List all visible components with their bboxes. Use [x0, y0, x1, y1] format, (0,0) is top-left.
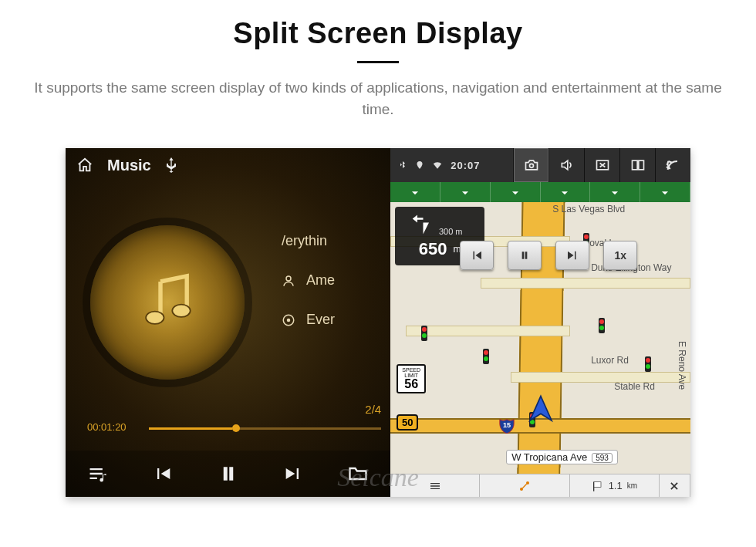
back-button[interactable]: [655, 148, 690, 182]
split-toggle-button[interactable]: [619, 148, 655, 182]
lane-arrow: [590, 182, 640, 202]
back-icon: [664, 157, 683, 173]
svg-rect-8: [638, 160, 643, 170]
device-screenshot: Music /erythin Ame: [66, 148, 690, 497]
split-screen-icon: [630, 157, 646, 173]
route-icon: [518, 480, 531, 492]
screenshot-button[interactable]: [513, 148, 548, 182]
artist-name: Ame: [306, 272, 335, 289]
playlist-icon[interactable]: [87, 463, 109, 485]
person-icon: [282, 274, 295, 288]
song-title: /erythin: [282, 233, 327, 249]
street-label: Luxor Rd: [591, 355, 629, 366]
album-row: Ever: [282, 312, 335, 328]
svg-point-1: [172, 305, 190, 317]
svg-text:15: 15: [503, 421, 511, 429]
svg-point-5: [529, 164, 533, 167]
progress-handle[interactable]: [232, 424, 240, 432]
close-icon: [669, 481, 680, 491]
location-icon: [415, 160, 424, 171]
sim-prev-button[interactable]: [460, 241, 494, 270]
traffic-light-icon: [421, 326, 427, 341]
pause-icon[interactable]: [217, 462, 240, 485]
music-note-icon: [133, 268, 202, 337]
title-underline: [357, 61, 399, 63]
close-window-icon: [595, 157, 610, 173]
turn-hint: 300 m: [439, 227, 463, 236]
song-metadata: /erythin Ame Ever: [282, 233, 335, 328]
next-track-icon[interactable]: [282, 463, 304, 485]
street: [406, 326, 571, 336]
music-app-pane: Music /erythin Ame: [66, 148, 390, 497]
sim-speed-button[interactable]: 1x: [603, 241, 637, 270]
street-label: E Reno Ave: [677, 341, 687, 390]
traffic-light-icon: [483, 349, 489, 364]
lane-guidance-bar: [390, 182, 690, 202]
artist-row: Ame: [282, 272, 335, 289]
music-controls: [66, 451, 390, 497]
footer-route-button[interactable]: [480, 474, 569, 497]
svg-point-4: [288, 319, 290, 321]
lane-arrow: [640, 182, 690, 202]
elapsed-time: 00:01:20: [87, 421, 127, 433]
svg-rect-7: [632, 160, 637, 170]
sim-playback-controls: 1x: [460, 241, 637, 270]
status-time: 20:07: [451, 160, 480, 171]
close-app-button[interactable]: [584, 148, 619, 182]
route-shield: 50: [397, 414, 418, 431]
svg-point-0: [146, 312, 164, 324]
current-street-label: W Tropicana Ave593: [506, 450, 618, 464]
home-icon[interactable]: [76, 157, 93, 174]
svg-point-2: [286, 276, 291, 281]
usb-icon: [165, 157, 177, 173]
footer-distance: 1.1: [609, 480, 623, 491]
progress-bar[interactable]: [149, 427, 381, 430]
interstate-shield: 15: [498, 417, 515, 434]
prev-track-icon[interactable]: [152, 463, 174, 485]
album-name: Ever: [306, 312, 335, 328]
track-index: 2/4: [365, 403, 381, 416]
camera-icon: [524, 157, 539, 173]
flag-icon: [592, 480, 604, 492]
sim-next-button[interactable]: [555, 241, 589, 270]
lane-arrow: [440, 182, 491, 202]
wifi-icon: [432, 160, 443, 171]
turn-left-icon: [410, 213, 433, 236]
street: [481, 278, 690, 289]
nav-footer: 1.1 km: [390, 474, 690, 497]
distance-value: 650: [419, 239, 447, 259]
street: [511, 372, 690, 383]
album-art: [90, 225, 245, 380]
footer-close-button[interactable]: [660, 474, 690, 497]
page-title: Split Screen Display: [0, 17, 756, 50]
nav-cursor-icon: [525, 393, 557, 426]
song-title-row: /erythin: [282, 233, 335, 249]
bluetooth-icon: [398, 160, 407, 171]
traffic-light-icon: [645, 356, 651, 372]
navigation-app-pane: 20:07: [390, 148, 690, 497]
traffic-light-icon: [599, 318, 605, 333]
lane-arrow: [491, 182, 541, 202]
page-subtitle: It supports the same screen display of t…: [31, 77, 725, 120]
folder-icon[interactable]: [347, 463, 369, 485]
volume-icon: [559, 157, 575, 173]
speed-limit-sign: SPEED LIMIT 56: [397, 364, 426, 393]
music-app-label: Music: [107, 157, 151, 174]
lane-arrow: [390, 182, 440, 202]
street-label: S Las Vegas Blvd: [552, 204, 625, 214]
lane-arrow: [541, 182, 591, 202]
menu-icon: [429, 480, 441, 492]
street-label: Stable Rd: [614, 381, 655, 392]
progress-area: 00:01:20: [87, 420, 381, 443]
android-status-toolbar: 20:07: [390, 148, 690, 182]
music-top-bar: Music: [66, 148, 390, 182]
sim-pause-button[interactable]: [508, 241, 542, 270]
footer-menu-button[interactable]: [390, 474, 480, 497]
footer-distance-unit: km: [627, 481, 637, 490]
progress-fill: [149, 427, 232, 430]
volume-button[interactable]: [548, 148, 584, 182]
system-buttons: [513, 148, 690, 182]
disc-icon: [282, 313, 295, 327]
footer-destination-button[interactable]: 1.1 km: [570, 474, 660, 497]
svg-rect-12: [593, 481, 600, 487]
